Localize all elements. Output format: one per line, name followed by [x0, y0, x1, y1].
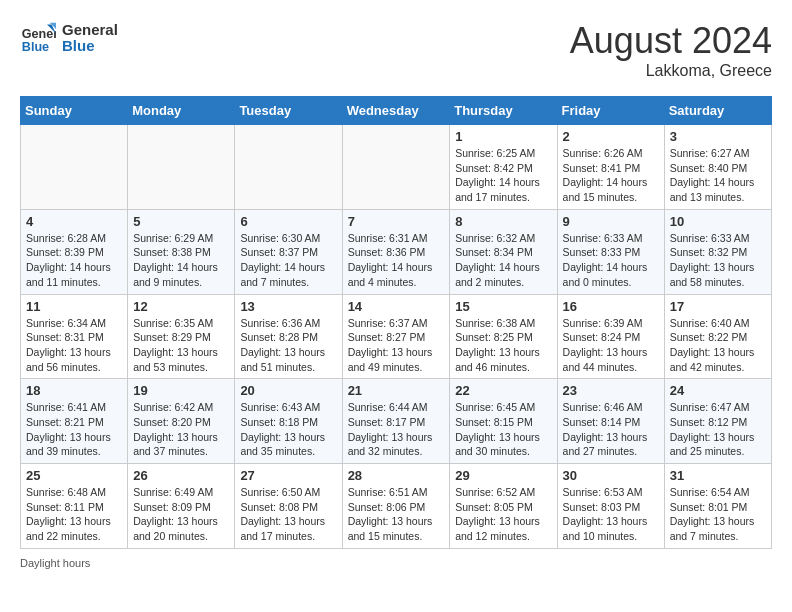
calendar-cell: 20Sunrise: 6:43 AM Sunset: 8:18 PM Dayli… [235, 379, 342, 464]
day-number: 29 [455, 468, 551, 483]
day-info: Sunrise: 6:31 AM Sunset: 8:36 PM Dayligh… [348, 231, 445, 290]
calendar-cell: 13Sunrise: 6:36 AM Sunset: 8:28 PM Dayli… [235, 294, 342, 379]
svg-text:Blue: Blue [22, 40, 49, 54]
calendar-week-row: 25Sunrise: 6:48 AM Sunset: 8:11 PM Dayli… [21, 464, 772, 549]
day-number: 5 [133, 214, 229, 229]
calendar-cell: 16Sunrise: 6:39 AM Sunset: 8:24 PM Dayli… [557, 294, 664, 379]
calendar-cell: 22Sunrise: 6:45 AM Sunset: 8:15 PM Dayli… [450, 379, 557, 464]
day-number: 13 [240, 299, 336, 314]
calendar-cell: 29Sunrise: 6:52 AM Sunset: 8:05 PM Dayli… [450, 464, 557, 549]
day-number: 21 [348, 383, 445, 398]
day-info: Sunrise: 6:27 AM Sunset: 8:40 PM Dayligh… [670, 146, 766, 205]
calendar-header-friday: Friday [557, 97, 664, 125]
logo: General Blue General Blue [20, 20, 118, 56]
day-number: 23 [563, 383, 659, 398]
calendar-cell: 1Sunrise: 6:25 AM Sunset: 8:42 PM Daylig… [450, 125, 557, 210]
day-info: Sunrise: 6:29 AM Sunset: 8:38 PM Dayligh… [133, 231, 229, 290]
day-number: 14 [348, 299, 445, 314]
day-info: Sunrise: 6:28 AM Sunset: 8:39 PM Dayligh… [26, 231, 122, 290]
day-number: 26 [133, 468, 229, 483]
calendar-header-wednesday: Wednesday [342, 97, 450, 125]
day-number: 19 [133, 383, 229, 398]
day-number: 18 [26, 383, 122, 398]
day-number: 8 [455, 214, 551, 229]
calendar-cell: 9Sunrise: 6:33 AM Sunset: 8:33 PM Daylig… [557, 209, 664, 294]
day-info: Sunrise: 6:44 AM Sunset: 8:17 PM Dayligh… [348, 400, 445, 459]
calendar-cell: 12Sunrise: 6:35 AM Sunset: 8:29 PM Dayli… [128, 294, 235, 379]
day-info: Sunrise: 6:53 AM Sunset: 8:03 PM Dayligh… [563, 485, 659, 544]
day-number: 15 [455, 299, 551, 314]
calendar-cell: 6Sunrise: 6:30 AM Sunset: 8:37 PM Daylig… [235, 209, 342, 294]
calendar-cell: 25Sunrise: 6:48 AM Sunset: 8:11 PM Dayli… [21, 464, 128, 549]
calendar-cell: 31Sunrise: 6:54 AM Sunset: 8:01 PM Dayli… [664, 464, 771, 549]
day-info: Sunrise: 6:35 AM Sunset: 8:29 PM Dayligh… [133, 316, 229, 375]
day-info: Sunrise: 6:41 AM Sunset: 8:21 PM Dayligh… [26, 400, 122, 459]
day-info: Sunrise: 6:49 AM Sunset: 8:09 PM Dayligh… [133, 485, 229, 544]
day-info: Sunrise: 6:34 AM Sunset: 8:31 PM Dayligh… [26, 316, 122, 375]
calendar-cell: 3Sunrise: 6:27 AM Sunset: 8:40 PM Daylig… [664, 125, 771, 210]
calendar-header-sunday: Sunday [21, 97, 128, 125]
day-number: 7 [348, 214, 445, 229]
day-info: Sunrise: 6:25 AM Sunset: 8:42 PM Dayligh… [455, 146, 551, 205]
calendar-cell: 19Sunrise: 6:42 AM Sunset: 8:20 PM Dayli… [128, 379, 235, 464]
day-info: Sunrise: 6:43 AM Sunset: 8:18 PM Dayligh… [240, 400, 336, 459]
day-number: 30 [563, 468, 659, 483]
calendar-cell: 2Sunrise: 6:26 AM Sunset: 8:41 PM Daylig… [557, 125, 664, 210]
day-number: 6 [240, 214, 336, 229]
day-number: 1 [455, 129, 551, 144]
day-number: 12 [133, 299, 229, 314]
day-number: 17 [670, 299, 766, 314]
location-subtitle: Lakkoma, Greece [570, 62, 772, 80]
logo-icon: General Blue [20, 20, 56, 56]
calendar-cell: 15Sunrise: 6:38 AM Sunset: 8:25 PM Dayli… [450, 294, 557, 379]
day-info: Sunrise: 6:48 AM Sunset: 8:11 PM Dayligh… [26, 485, 122, 544]
day-info: Sunrise: 6:45 AM Sunset: 8:15 PM Dayligh… [455, 400, 551, 459]
title-area: August 2024 Lakkoma, Greece [570, 20, 772, 80]
calendar-cell [342, 125, 450, 210]
day-number: 11 [26, 299, 122, 314]
day-info: Sunrise: 6:38 AM Sunset: 8:25 PM Dayligh… [455, 316, 551, 375]
calendar-cell [21, 125, 128, 210]
calendar-header-saturday: Saturday [664, 97, 771, 125]
day-number: 22 [455, 383, 551, 398]
calendar-cell: 27Sunrise: 6:50 AM Sunset: 8:08 PM Dayli… [235, 464, 342, 549]
day-info: Sunrise: 6:32 AM Sunset: 8:34 PM Dayligh… [455, 231, 551, 290]
calendar-table: SundayMondayTuesdayWednesdayThursdayFrid… [20, 96, 772, 549]
calendar-week-row: 18Sunrise: 6:41 AM Sunset: 8:21 PM Dayli… [21, 379, 772, 464]
day-number: 20 [240, 383, 336, 398]
day-info: Sunrise: 6:47 AM Sunset: 8:12 PM Dayligh… [670, 400, 766, 459]
day-number: 31 [670, 468, 766, 483]
day-info: Sunrise: 6:46 AM Sunset: 8:14 PM Dayligh… [563, 400, 659, 459]
calendar-cell: 8Sunrise: 6:32 AM Sunset: 8:34 PM Daylig… [450, 209, 557, 294]
day-info: Sunrise: 6:26 AM Sunset: 8:41 PM Dayligh… [563, 146, 659, 205]
day-number: 2 [563, 129, 659, 144]
logo-line1: General [62, 22, 118, 39]
day-info: Sunrise: 6:36 AM Sunset: 8:28 PM Dayligh… [240, 316, 336, 375]
page-header: General Blue General Blue August 2024 La… [20, 20, 772, 80]
calendar-cell: 14Sunrise: 6:37 AM Sunset: 8:27 PM Dayli… [342, 294, 450, 379]
month-year-title: August 2024 [570, 20, 772, 62]
day-info: Sunrise: 6:50 AM Sunset: 8:08 PM Dayligh… [240, 485, 336, 544]
day-info: Sunrise: 6:33 AM Sunset: 8:33 PM Dayligh… [563, 231, 659, 290]
calendar-week-row: 4Sunrise: 6:28 AM Sunset: 8:39 PM Daylig… [21, 209, 772, 294]
day-number: 3 [670, 129, 766, 144]
calendar-header-monday: Monday [128, 97, 235, 125]
calendar-cell: 11Sunrise: 6:34 AM Sunset: 8:31 PM Dayli… [21, 294, 128, 379]
day-number: 28 [348, 468, 445, 483]
calendar-cell: 24Sunrise: 6:47 AM Sunset: 8:12 PM Dayli… [664, 379, 771, 464]
day-info: Sunrise: 6:42 AM Sunset: 8:20 PM Dayligh… [133, 400, 229, 459]
calendar-cell: 5Sunrise: 6:29 AM Sunset: 8:38 PM Daylig… [128, 209, 235, 294]
day-number: 25 [26, 468, 122, 483]
logo-line2: Blue [62, 38, 118, 55]
calendar-cell: 10Sunrise: 6:33 AM Sunset: 8:32 PM Dayli… [664, 209, 771, 294]
calendar-header-tuesday: Tuesday [235, 97, 342, 125]
calendar-week-row: 11Sunrise: 6:34 AM Sunset: 8:31 PM Dayli… [21, 294, 772, 379]
day-info: Sunrise: 6:51 AM Sunset: 8:06 PM Dayligh… [348, 485, 445, 544]
calendar-cell: 26Sunrise: 6:49 AM Sunset: 8:09 PM Dayli… [128, 464, 235, 549]
calendar-cell: 30Sunrise: 6:53 AM Sunset: 8:03 PM Dayli… [557, 464, 664, 549]
day-number: 9 [563, 214, 659, 229]
calendar-header-thursday: Thursday [450, 97, 557, 125]
calendar-cell: 7Sunrise: 6:31 AM Sunset: 8:36 PM Daylig… [342, 209, 450, 294]
day-number: 10 [670, 214, 766, 229]
day-number: 4 [26, 214, 122, 229]
